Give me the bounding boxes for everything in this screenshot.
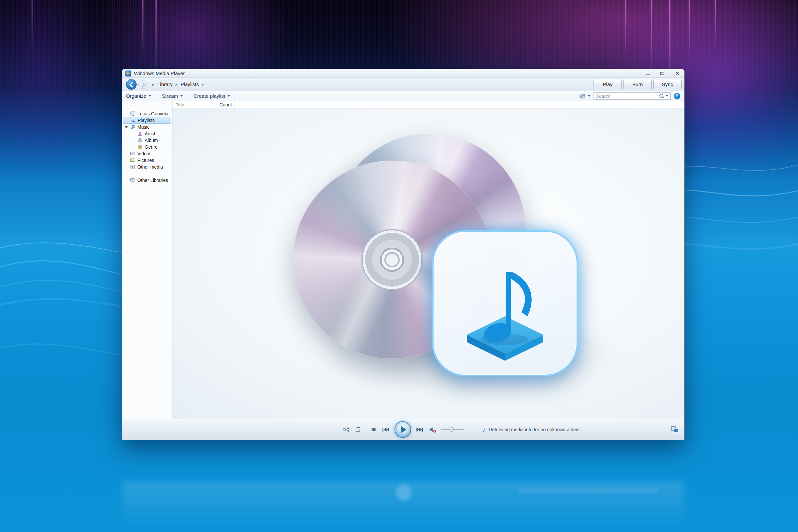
sidebar-item-album[interactable]: Album — [122, 137, 172, 144]
close-button[interactable] — [670, 69, 684, 77]
sidebar-item-label: Videos — [137, 151, 152, 156]
sidebar-item-pictures[interactable]: Pictures — [122, 157, 172, 164]
sidebar-item-label: Playlists — [138, 118, 155, 123]
sidebar-item-artist[interactable]: Artist — [122, 130, 172, 137]
organize-label: Organize — [126, 93, 146, 99]
sidebar-item-label: Music — [137, 125, 150, 130]
breadcrumb-library[interactable]: Library — [157, 81, 173, 87]
minimize-button[interactable] — [640, 69, 655, 77]
organize-menu[interactable]: Organize — [126, 93, 151, 99]
sidebar-item-label: Other Libraries — [137, 177, 168, 183]
stop-button[interactable] — [370, 426, 377, 433]
sidebar-item-label: Lucas Gouveia — [137, 111, 168, 116]
expand-caret-icon[interactable] — [125, 126, 128, 128]
maximize-button[interactable] — [655, 69, 670, 77]
chevron-down-icon — [227, 95, 230, 97]
switch-to-now-playing-button[interactable] — [671, 426, 679, 433]
playlist-list-area[interactable] — [173, 109, 684, 419]
mute-icon — [428, 426, 436, 433]
help-icon[interactable]: ? — [673, 93, 680, 99]
sidebar-item-label: Genre — [145, 144, 158, 150]
music-app-icon — [434, 232, 576, 375]
sidebar-item-playlists[interactable]: Playlists — [123, 117, 171, 124]
mute-button[interactable] — [428, 426, 436, 433]
shuffle-icon — [342, 426, 350, 433]
artist-icon — [137, 131, 142, 136]
view-options-icon[interactable] — [580, 94, 585, 98]
back-button[interactable] — [126, 79, 137, 90]
shuffle-button[interactable] — [342, 426, 350, 433]
previous-button[interactable] — [381, 426, 390, 433]
pictures-icon — [130, 158, 135, 163]
chevron-down-icon — [180, 95, 183, 97]
stream-menu[interactable]: Stream — [162, 93, 183, 99]
forward-button[interactable] — [138, 80, 147, 89]
playlist-icon — [130, 118, 136, 123]
column-header-title[interactable]: Title — [173, 101, 216, 108]
window-body: Lucas Gouveia Playlists Music Artist — [122, 101, 684, 419]
wmp-app-icon — [125, 71, 131, 76]
tab-burn[interactable]: Burn — [624, 80, 652, 89]
next-button[interactable] — [415, 426, 424, 433]
tab-play[interactable]: Play — [593, 80, 622, 89]
sidebar-item-music[interactable]: Music — [122, 124, 172, 130]
other-media-icon — [130, 164, 135, 170]
navigation-bar: ▸ Library ▸ Playlists ▸ Play Burn Sync — [122, 78, 684, 91]
toolbar: Organize Stream Create playlist ? — [122, 91, 684, 101]
breadcrumb-arrow-icon: ▸ — [202, 82, 204, 87]
sidebar-item-other-libraries[interactable]: Other Libraries — [122, 177, 172, 184]
chevron-down-icon — [149, 95, 151, 97]
wmp-window: Windows Media Player ▸ Library ▸ Playlis… — [122, 69, 685, 440]
column-header-count[interactable]: Count — [216, 101, 235, 108]
sidebar-item-library-root[interactable]: Lucas Gouveia — [122, 110, 172, 117]
play-button[interactable] — [394, 421, 411, 438]
next-icon — [415, 426, 424, 433]
album-disc-icon — [137, 138, 142, 143]
sidebar-item-label: Album — [145, 138, 158, 143]
view-options-chevron-icon[interactable] — [588, 95, 590, 97]
playback-controls — [342, 421, 464, 438]
search-box[interactable] — [593, 92, 671, 100]
media-info-icon: ♪ — [482, 426, 486, 433]
tab-sync[interactable]: Sync — [653, 80, 682, 89]
separator — [366, 426, 366, 433]
status-area: ♪ Retrieving media info for an unknown a… — [482, 419, 580, 440]
previous-icon — [381, 426, 390, 433]
music-note-platform-icon — [454, 246, 557, 361]
window-title: Windows Media Player — [134, 71, 185, 76]
repeat-button[interactable] — [354, 426, 361, 433]
sidebar-item-label: Artist — [145, 131, 155, 136]
breadcrumb-arrow-icon: ▸ — [152, 82, 154, 87]
window-reflection — [396, 485, 412, 501]
disc-hub — [361, 229, 423, 291]
content-pane: Title Count — [173, 101, 684, 419]
sidebar-item-genre[interactable]: Genre — [122, 144, 172, 150]
play-icon — [401, 426, 406, 433]
close-icon — [675, 71, 679, 75]
breadcrumb-playlists[interactable]: Playlists — [180, 81, 199, 87]
volume-slider[interactable] — [440, 426, 464, 433]
breadcrumb-arrow-icon: ▸ — [175, 82, 177, 87]
search-input[interactable] — [596, 93, 658, 99]
genre-icon — [137, 144, 142, 150]
maximize-icon — [660, 72, 664, 75]
other-libraries-icon — [130, 177, 135, 183]
status-text: Retrieving media info for an unknown alb… — [489, 427, 580, 432]
playback-bar: ♪ Retrieving media info for an unknown a… — [122, 419, 684, 440]
repeat-icon — [354, 426, 361, 433]
toolbar-right: ? — [580, 92, 680, 100]
music-note-icon — [130, 125, 135, 130]
library-monitor-icon — [130, 111, 135, 116]
now-playing-icon — [671, 426, 679, 433]
sidebar-item-other-media[interactable]: Other media — [122, 164, 172, 170]
stream-label: Stream — [162, 93, 178, 99]
task-tabs: Play Burn Sync — [593, 80, 682, 89]
stop-icon — [370, 426, 377, 433]
volume-thumb[interactable] — [449, 427, 454, 432]
search-chevron-icon[interactable] — [666, 95, 668, 97]
sidebar-item-videos[interactable]: Videos — [122, 150, 172, 157]
search-icon[interactable] — [659, 94, 664, 98]
list-column-headers: Title Count — [173, 101, 684, 109]
create-playlist-menu[interactable]: Create playlist — [193, 93, 230, 99]
titlebar[interactable]: Windows Media Player — [122, 69, 684, 78]
